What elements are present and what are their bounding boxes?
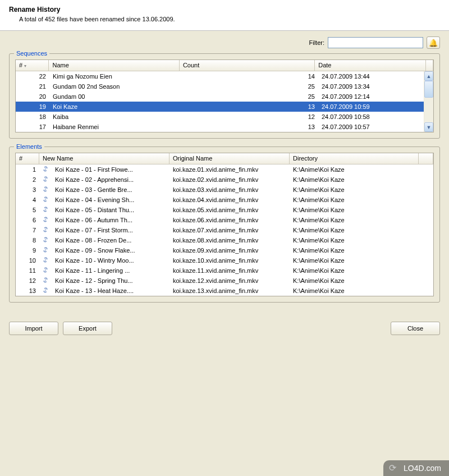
link-icon	[39, 276, 52, 285]
table-row[interactable]: 17Haibane Renmei1324.07.2009 10:57	[16, 122, 433, 132]
filter-row: Filter: 🔔	[9, 36, 440, 49]
table-row[interactable]: 19Koi Kaze1324.07.2009 10:59	[16, 102, 433, 112]
table-row[interactable]: 12Koi Kaze - 12 - Spring Thu...koi.kaze.…	[16, 276, 433, 286]
cell-directory: K:\Anime\Koi Kaze	[290, 195, 419, 204]
cell-num: 9	[16, 246, 39, 255]
cell-new-name: Koi Kaze - 09 - Snow Flake...	[52, 246, 169, 255]
cell-num: 8	[16, 236, 39, 245]
close-button[interactable]: Close	[391, 322, 440, 335]
cell-new-name: Koi Kaze - 02 - Apprehensi...	[52, 175, 169, 184]
col-el-dir[interactable]: Directory	[290, 153, 419, 164]
cell-name: Koi Kaze	[49, 102, 181, 111]
cell-directory: K:\Anime\Koi Kaze	[290, 286, 419, 295]
col-seq-num[interactable]: #	[16, 60, 49, 71]
table-row[interactable]: 2Koi Kaze - 02 - Apprehensi...koi.kaze.0…	[16, 175, 433, 185]
cell-date: 24.07.2009 13:34	[318, 82, 430, 91]
cell-original-name: koi.kaze.11.xvid.anime_fin.mkv	[169, 266, 290, 275]
cell-num: 6	[16, 216, 39, 225]
table-row[interactable]: 18Kaiba1224.07.2009 10:58	[16, 112, 433, 122]
cell-num: 18	[16, 112, 49, 121]
scroll-thumb[interactable]	[424, 81, 433, 98]
table-row[interactable]: 5Koi Kaze - 05 - Distant Thu...koi.kaze.…	[16, 205, 433, 215]
import-button[interactable]: Import	[9, 322, 58, 335]
cell-count: 12	[181, 112, 318, 121]
filter-input[interactable]	[328, 37, 423, 48]
link-icon	[39, 226, 52, 235]
cell-name: Gundam 00	[49, 92, 181, 101]
cell-directory: K:\Anime\Koi Kaze	[290, 266, 419, 275]
cell-new-name: Koi Kaze - 10 - Wintry Moo...	[52, 256, 169, 265]
cell-new-name: Koi Kaze - 11 - Lingering ...	[52, 266, 169, 275]
cell-date: 24.07.2009 12:14	[318, 92, 430, 101]
cell-name: Kaiba	[49, 112, 181, 121]
scroll-down-icon[interactable]: ▼	[424, 122, 433, 132]
col-el-num[interactable]: #	[16, 153, 39, 164]
cell-num: 5	[16, 205, 39, 214]
table-row[interactable]: 6Koi Kaze - 06 - Autumn Th...koi.kaze.06…	[16, 215, 433, 225]
link-icon	[39, 185, 52, 194]
link-icon	[39, 236, 52, 245]
table-row[interactable]: 7Koi Kaze - 07 - First Storm...koi.kaze.…	[16, 225, 433, 235]
cell-original-name: koi.kaze.13.xvid.anime_fin.mkv	[169, 286, 290, 295]
elements-group: Elements # New Name Original Name Direct…	[9, 147, 440, 303]
sequences-scrollbar[interactable]: ▲ ▼	[424, 71, 433, 132]
col-seq-date[interactable]: Date	[315, 60, 426, 71]
clear-filter-button[interactable]: 🔔	[427, 36, 440, 49]
table-row[interactable]: 20Gundam 002524.07.2009 12:14	[16, 91, 433, 102]
elements-header: # New Name Original Name Directory	[16, 153, 433, 164]
table-row[interactable]: 22Kimi ga Nozomu Eien1424.07.2009 13:44	[16, 71, 433, 81]
cell-num: 13	[16, 286, 39, 295]
cell-name: Kimi ga Nozomu Eien	[49, 72, 181, 81]
cell-num: 12	[16, 276, 39, 285]
table-row[interactable]: 3Koi Kaze - 03 - Gentle Bre...koi.kaze.0…	[16, 185, 433, 195]
cell-num: 3	[16, 185, 39, 194]
cell-original-name: koi.kaze.06.xvid.anime_fin.mkv	[169, 216, 290, 225]
cell-num: 20	[16, 92, 49, 101]
cell-num: 17	[16, 122, 49, 131]
col-seq-name[interactable]: Name	[49, 60, 179, 71]
elements-table: # New Name Original Name Directory 1Koi …	[15, 153, 434, 296]
cell-num: 11	[16, 266, 39, 275]
table-row[interactable]: 9Koi Kaze - 09 - Snow Flake...koi.kaze.0…	[16, 245, 433, 255]
cell-directory: K:\Anime\Koi Kaze	[290, 205, 419, 214]
elements-legend: Elements	[14, 143, 44, 150]
col-seq-count[interactable]: Count	[180, 60, 315, 71]
page-title: Rename History	[9, 6, 440, 13]
cell-directory: K:\Anime\Koi Kaze	[290, 165, 419, 174]
cell-directory: K:\Anime\Koi Kaze	[290, 256, 419, 265]
page-subtitle: A total of 452 files have been renamed s…	[9, 16, 440, 22]
table-row[interactable]: 1Koi Kaze - 01 - First Flowe...koi.kaze.…	[16, 164, 433, 175]
cell-original-name: koi.kaze.03.xvid.anime_fin.mkv	[169, 185, 290, 194]
cell-date: 24.07.2009 10:59	[318, 102, 430, 111]
link-icon	[39, 216, 52, 225]
cell-num: 21	[16, 82, 49, 91]
cell-count: 13	[181, 102, 318, 111]
table-row[interactable]: 11Koi Kaze - 11 - Lingering ...koi.kaze.…	[16, 266, 433, 276]
filter-label: Filter:	[309, 39, 325, 46]
cell-new-name: Koi Kaze - 03 - Gentle Bre...	[52, 185, 169, 194]
cell-num: 22	[16, 72, 49, 81]
bell-icon: 🔔	[429, 39, 438, 47]
link-icon	[39, 246, 52, 255]
link-icon	[39, 165, 52, 174]
cell-original-name: koi.kaze.09.xvid.anime_fin.mkv	[169, 246, 290, 255]
col-el-orig[interactable]: Original Name	[169, 153, 290, 164]
table-row[interactable]: 21Gundam 00 2nd Season2524.07.2009 13:34	[16, 81, 433, 91]
cell-count: 25	[181, 92, 318, 101]
export-button[interactable]: Export	[63, 322, 112, 335]
cell-date: 24.07.2009 13:44	[318, 72, 430, 81]
link-icon	[39, 256, 52, 265]
cell-directory: K:\Anime\Koi Kaze	[290, 226, 419, 235]
cell-directory: K:\Anime\Koi Kaze	[290, 216, 419, 225]
cell-original-name: koi.kaze.05.xvid.anime_fin.mkv	[169, 205, 290, 214]
cell-original-name: koi.kaze.02.xvid.anime_fin.mkv	[169, 175, 290, 184]
cell-directory: K:\Anime\Koi Kaze	[290, 185, 419, 194]
table-row[interactable]: 8Koi Kaze - 08 - Frozen De...koi.kaze.08…	[16, 235, 433, 245]
scroll-up-icon[interactable]: ▲	[424, 71, 433, 81]
table-row[interactable]: 4Koi Kaze - 04 - Evening Sh...koi.kaze.0…	[16, 195, 433, 205]
table-row[interactable]: 13Koi Kaze - 13 - Heat Haze....koi.kaze.…	[16, 286, 433, 296]
col-el-new[interactable]: New Name	[39, 153, 169, 164]
cell-new-name: Koi Kaze - 12 - Spring Thu...	[52, 276, 169, 285]
cell-num: 10	[16, 256, 39, 265]
table-row[interactable]: 10Koi Kaze - 10 - Wintry Moo...koi.kaze.…	[16, 255, 433, 266]
